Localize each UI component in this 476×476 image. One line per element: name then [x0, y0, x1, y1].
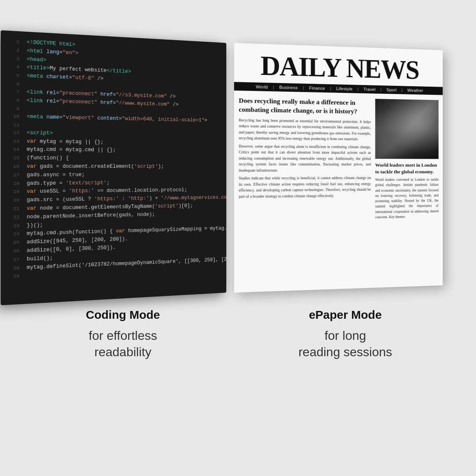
epaper-mode-subtitle: for longreading sessions	[234, 328, 456, 360]
line-number: 8	[6, 96, 19, 105]
line-number: 14	[6, 146, 19, 154]
line-number: 4	[6, 63, 19, 72]
line-content: (function() {	[27, 154, 69, 163]
line-content: build();	[27, 254, 53, 264]
line-number: 29	[6, 272, 19, 281]
line-number: 17	[6, 171, 19, 180]
newspaper-title: DAILY NEWS	[242, 51, 436, 84]
line-number: 19	[6, 188, 19, 197]
nav-separator: |	[379, 87, 383, 92]
nav-item-travel[interactable]: Travel	[364, 87, 376, 92]
line-number: 18	[6, 179, 19, 188]
line-number: 11	[6, 121, 19, 129]
line-number: 3	[6, 54, 19, 63]
nav-separator: |	[356, 87, 360, 91]
nav-item-world[interactable]: World	[256, 84, 268, 89]
side-headline: World leaders meet in London to tackle t…	[375, 162, 439, 175]
line-number: 12	[6, 129, 19, 137]
article-headline: Does recycling really make a difference …	[239, 96, 371, 116]
img-overlay	[375, 99, 439, 159]
line-content: <head>	[27, 55, 46, 65]
line-number: 26	[6, 247, 19, 256]
article-body: Recycling has long been promoted as esse…	[239, 117, 371, 199]
line-content: <script>	[27, 129, 53, 138]
line-number: 22	[6, 213, 19, 222]
line-number: 21	[6, 205, 19, 213]
line-number: 2	[6, 46, 19, 55]
nav-item-business[interactable]: Business	[279, 85, 298, 90]
newspaper-panel: DAILY NEWS World | Business | Finance | …	[234, 43, 443, 293]
article-side: World leaders meet in London to tackle t…	[375, 99, 439, 220]
coding-panel: 1<!DOCTYPE html>2<html lang="en">3<head>…	[1, 30, 226, 305]
top-section: 1<!DOCTYPE html>2<html lang="en">3<head>…	[0, 0, 476, 304]
line-content: var gads = document.createElement('scrip…	[27, 163, 164, 171]
line-number: 15	[6, 154, 19, 163]
line-number: 23	[6, 222, 19, 230]
code-line: 15 (function() {	[1, 154, 226, 163]
nav-item-finance[interactable]: Finance	[309, 86, 325, 91]
nav-item-sport[interactable]: Sport	[386, 87, 396, 92]
line-number: 6	[6, 80, 19, 88]
article-main: Does recycling really make a difference …	[239, 96, 371, 222]
code-line: 16 var gads = document.createElement('sc…	[1, 163, 226, 171]
line-content: gads.type = 'text/script';	[27, 179, 110, 188]
bottom-section: Coding Mode for effortlessreadability eP…	[0, 308, 476, 360]
line-number: 1	[6, 37, 19, 46]
line-number: 9	[6, 105, 19, 113]
epaper-mode-block: ePaper Mode for longreading sessions	[234, 308, 456, 360]
line-number: 7	[6, 88, 19, 97]
nav-separator: |	[302, 85, 305, 90]
line-number: 16	[6, 163, 19, 171]
nav-item-weather[interactable]: Weather	[407, 88, 423, 92]
code-line: 14 mytag.cmd = mytag.cmd || {};	[1, 146, 226, 155]
article-image	[375, 99, 439, 159]
line-number: 5	[6, 71, 19, 80]
line-number: 20	[6, 196, 19, 205]
coding-mode-title: Coding Mode	[20, 308, 226, 321]
coding-mode-subtitle: for effortlessreadability	[20, 328, 226, 360]
line-content: mytag.cmd = mytag.cmd || {};	[27, 146, 115, 155]
line-number: 10	[6, 112, 19, 121]
code-line: 17 gads.async = true;	[1, 171, 226, 180]
nav-item-lifestyle[interactable]: Lifestyle	[336, 86, 353, 91]
epaper-mode-title: ePaper Mode	[234, 308, 456, 321]
nav-separator: |	[400, 88, 404, 92]
line-number: 24	[6, 230, 19, 239]
line-number: 25	[6, 239, 19, 248]
line-number: 13	[6, 137, 19, 146]
newspaper-header: DAILY NEWS	[234, 43, 443, 87]
nav-separator: |	[329, 86, 333, 91]
side-body: World leaders convened in London to tack…	[375, 177, 439, 220]
line-number: 27	[6, 256, 19, 265]
nav-separator: |	[272, 85, 275, 89]
newspaper-content: Does recycling really make a difference …	[234, 91, 443, 227]
code-area: 1<!DOCTYPE html>2<html lang="en">3<head>…	[1, 30, 226, 288]
line-content: })();	[27, 221, 43, 230]
coding-mode-block: Coding Mode for effortlessreadability	[20, 308, 226, 360]
article-image-inner	[375, 99, 439, 159]
line-content: var mytag = mytag || {};	[27, 137, 103, 146]
line-number: 28	[6, 264, 19, 273]
line-content: gads.async = true;	[27, 171, 85, 179]
